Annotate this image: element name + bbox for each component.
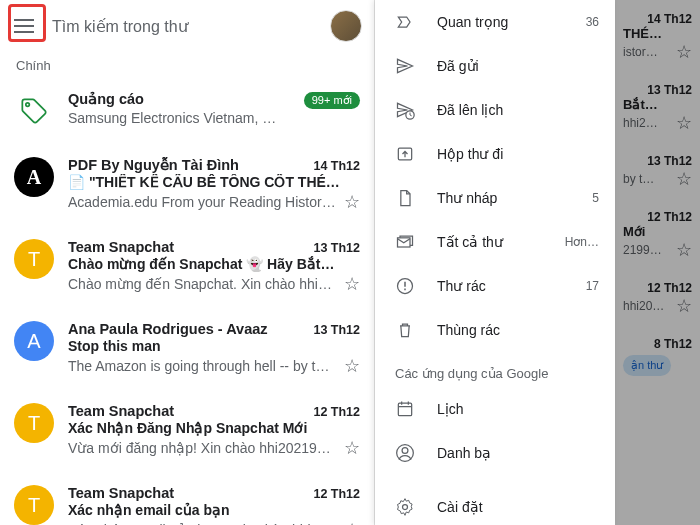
- drawer-item-important[interactable]: Quan trọng 36: [375, 0, 615, 44]
- drawer-item-drafts[interactable]: Thư nháp 5: [375, 176, 615, 220]
- email-subject: 📄 "THIẾT KẾ CẦU BÊ TÔNG CỐT THÉ…: [68, 174, 360, 190]
- star-icon[interactable]: ☆: [344, 355, 360, 377]
- drawer-item-settings[interactable]: Cài đặt: [375, 485, 615, 525]
- email-item[interactable]: A PDF By Nguyễn Tài Đình 14 Th12 📄 "THIẾ…: [0, 143, 374, 225]
- sender-avatar: T: [14, 485, 54, 525]
- email-date: 14 Th12: [313, 159, 360, 173]
- email-date: 13 Th12: [313, 241, 360, 255]
- outbox-icon: [395, 144, 415, 164]
- avatar[interactable]: [330, 10, 362, 42]
- drawer-item-scheduled[interactable]: Đã lên lịch: [375, 88, 615, 132]
- sender-avatar: T: [14, 403, 54, 443]
- drawer-section-google-apps: Các ứng dụng của Google: [375, 352, 615, 387]
- email-item[interactable]: T Team Snapchat 12 Th12 Xác Nhận Đăng Nh…: [0, 389, 374, 471]
- email-date: 12 Th12: [313, 487, 360, 501]
- star-icon[interactable]: ☆: [344, 437, 360, 459]
- star-icon[interactable]: ☆: [344, 191, 360, 213]
- email-snippet: Academia.edu From your Reading Histor…: [68, 194, 338, 210]
- email-sender: PDF By Nguyễn Tài Đình: [68, 157, 239, 173]
- drawer-item-spam[interactable]: Thư rác 17: [375, 264, 615, 308]
- drawer-item-trash[interactable]: Thùng rác: [375, 308, 615, 352]
- drawer-item-calendar[interactable]: Lịch: [375, 387, 615, 431]
- email-sender: Quảng cáo: [68, 91, 144, 107]
- email-subject: Chào mừng đến Snapchat 👻 Hãy Bắt…: [68, 256, 360, 272]
- email-snippet: Vừa mới đăng nhập! Xin chào hhi202199…: [68, 440, 338, 456]
- star-icon[interactable]: ☆: [344, 273, 360, 295]
- sender-avatar: A: [14, 321, 54, 361]
- inbox-panel: Tìm kiếm trong thư Chính Quảng cáo 99+ m…: [0, 0, 375, 525]
- calendar-icon: [395, 399, 415, 419]
- email-date: 12 Th12: [313, 405, 360, 419]
- draft-icon: [395, 188, 415, 208]
- background-panel: 14 Th12THÉ…istor…☆ 13 Th12Bắt…hhi2…☆ 13 …: [615, 0, 700, 525]
- svg-point-5: [402, 448, 408, 454]
- email-snippet: Samsung Electronics Vietnam, …: [68, 110, 360, 126]
- drawer-item-contacts[interactable]: Danh bạ: [375, 431, 615, 475]
- navigation-drawer: Quan trọng 36 Đã gửi Đã lên lịch Hộp thư…: [375, 0, 615, 525]
- sender-avatar: T: [14, 239, 54, 279]
- contacts-icon: [395, 443, 415, 463]
- send-icon: [395, 56, 415, 76]
- drawer-item-outbox[interactable]: Hộp thư đi: [375, 132, 615, 176]
- email-item[interactable]: A Ana Paula Rodrigues - Avaaz 13 Th12 St…: [0, 307, 374, 389]
- promo-badge: 99+ mới: [304, 92, 360, 109]
- allmail-icon: [395, 232, 415, 252]
- email-subject: Stop this man: [68, 338, 360, 354]
- email-snippet: Chào mừng đến Snapchat. Xin chào hhi2…: [68, 276, 338, 292]
- email-list: Quảng cáo 99+ mới Samsung Electronics Vi…: [0, 77, 374, 525]
- email-sender: Ana Paula Rodrigues - Avaaz: [68, 321, 268, 337]
- header: Tìm kiếm trong thư: [0, 0, 374, 52]
- email-sender: Team Snapchat: [68, 239, 174, 255]
- sender-avatar: A: [14, 157, 54, 197]
- hamburger-icon: [14, 19, 34, 33]
- schedule-icon: [395, 100, 415, 120]
- tag-icon: [14, 91, 54, 131]
- email-snippet: The Amazon is going through hell -- by t…: [68, 358, 338, 374]
- star-icon[interactable]: ☆: [344, 519, 360, 525]
- email-subject: Xác nhận email của bạn: [68, 502, 360, 518]
- spam-icon: [395, 276, 415, 296]
- search-input[interactable]: Tìm kiếm trong thư: [52, 17, 314, 36]
- email-item[interactable]: T Team Snapchat 13 Th12 Chào mừng đến Sn…: [0, 225, 374, 307]
- svg-rect-4: [398, 403, 411, 416]
- email-item-promo[interactable]: Quảng cáo 99+ mới Samsung Electronics Vi…: [0, 77, 374, 143]
- tab-primary[interactable]: Chính: [0, 52, 374, 77]
- settings-icon: [395, 497, 415, 517]
- email-subject: Xác Nhận Đăng Nhập Snapchat Mới: [68, 420, 360, 436]
- trash-icon: [395, 320, 415, 340]
- email-sender: Team Snapchat: [68, 485, 174, 501]
- email-item[interactable]: T Team Snapchat 12 Th12 Xác nhận email c…: [0, 471, 374, 525]
- drawer-item-sent[interactable]: Đã gửi: [375, 44, 615, 88]
- svg-point-7: [403, 505, 408, 510]
- email-date: 13 Th12: [313, 323, 360, 337]
- drawer-item-allmail[interactable]: Tất cả thư Hơn…: [375, 220, 615, 264]
- menu-button[interactable]: [12, 14, 36, 38]
- important-icon: [395, 12, 415, 32]
- email-sender: Team Snapchat: [68, 403, 174, 419]
